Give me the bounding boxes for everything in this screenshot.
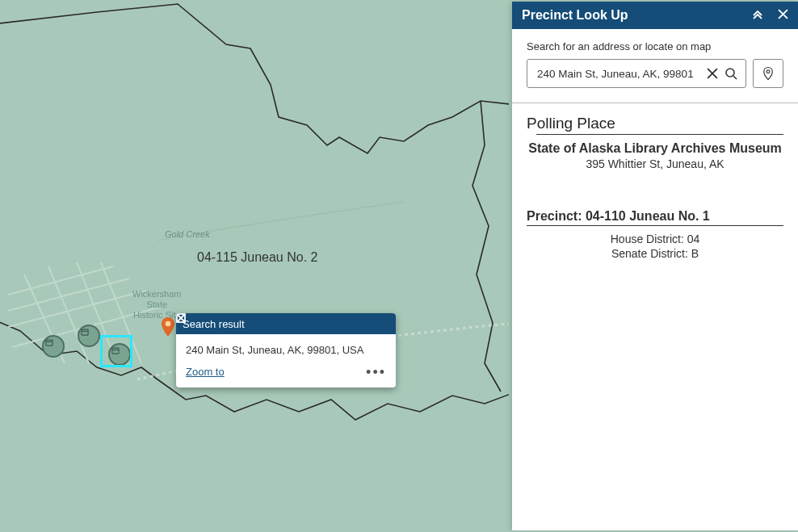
search-button[interactable]	[721, 64, 741, 83]
popup-header[interactable]: Search result	[176, 313, 396, 334]
locate-button[interactable]	[753, 59, 783, 88]
svg-line-1	[8, 279, 129, 311]
map-label-district: 04-115 Juneau No. 2	[197, 250, 317, 265]
divider	[512, 103, 798, 103]
panel-header[interactable]: Precinct Look Up	[512, 2, 798, 29]
svg-point-15	[766, 70, 770, 73]
popup-address: 240 Main St, Juneau, AK, 99801, USA	[176, 334, 396, 359]
search-result-popup: Search result 240 Main St, Juneau, AK, 9…	[176, 313, 396, 387]
polling-place-name: State of Alaska Library Archives Museum	[527, 141, 783, 156]
map-label-historic-site: Wickersham State Historic Site	[132, 289, 182, 321]
map-vector-overlay	[0, 0, 509, 532]
svg-point-11	[166, 321, 171, 327]
precinct-lookup-panel: Precinct Look Up Search for an address o…	[512, 2, 798, 530]
map-poi-marker[interactable]	[78, 325, 100, 347]
svg-line-0	[8, 266, 113, 295]
svg-point-13	[726, 69, 734, 77]
svg-rect-9	[82, 329, 88, 335]
search-input[interactable]	[536, 67, 704, 81]
popup-title: Search result	[183, 318, 381, 330]
senate-district: Senate District: B	[527, 247, 783, 260]
search-label: Search for an address or locate on map	[527, 40, 783, 52]
divider	[536, 134, 783, 135]
map-poi-marker[interactable]	[42, 335, 65, 358]
svg-rect-8	[46, 340, 52, 346]
divider	[527, 225, 783, 226]
map-label-creek: Gold Creek	[165, 229, 210, 239]
polling-place-address: 395 Whittier St, Juneau, AK	[527, 157, 783, 170]
svg-line-14	[733, 76, 737, 79]
close-icon[interactable]	[778, 8, 788, 23]
search-box	[527, 59, 746, 88]
svg-rect-10	[112, 348, 119, 354]
precinct-heading: Precinct: 04-110 Juneau No. 1	[527, 209, 783, 224]
map-poi-marker-selected[interactable]	[108, 343, 131, 366]
clear-search-button[interactable]	[704, 65, 721, 82]
zoom-to-link[interactable]: Zoom to	[186, 366, 225, 378]
collapse-icon[interactable]	[752, 8, 763, 23]
panel-title: Precinct Look Up	[522, 8, 628, 23]
map-canvas[interactable]: Gold Creek 04-115 Juneau No. 2 Wickersha…	[0, 0, 509, 532]
house-district: House District: 04	[527, 232, 783, 245]
more-actions-icon[interactable]: •••	[366, 370, 386, 375]
polling-place-heading: Polling Place	[527, 115, 783, 132]
